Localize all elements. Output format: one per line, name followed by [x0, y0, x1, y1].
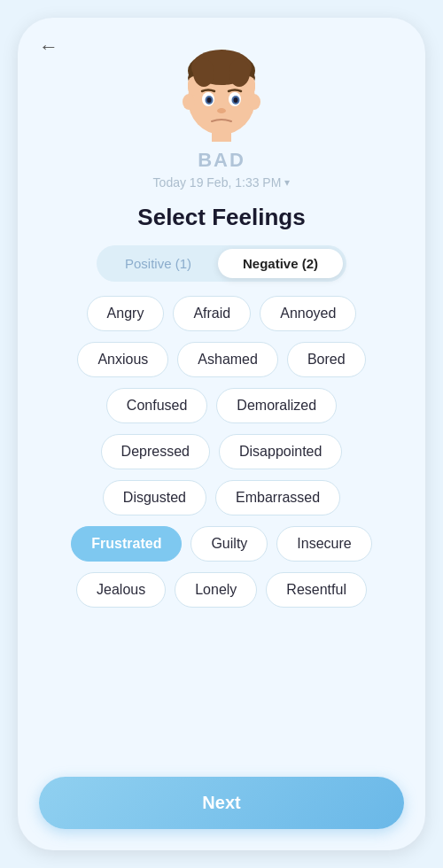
svg-point-8 [183, 94, 195, 110]
feeling-embarrassed[interactable]: Embarrassed [215, 480, 340, 515]
feelings-grid: Angry Afraid Annoyed Anxious Ashamed Bor… [18, 282, 425, 763]
feeling-disgusted[interactable]: Disgusted [103, 480, 206, 515]
feeling-jealous[interactable]: Jealous [76, 572, 166, 608]
tab-negative[interactable]: Negative (2) [218, 249, 343, 278]
feeling-lonely[interactable]: Lonely [175, 572, 257, 608]
feeling-confused[interactable]: Confused [106, 388, 208, 423]
feelings-row-5: Disgusted Embarrassed [103, 480, 340, 515]
feeling-bored[interactable]: Bored [287, 342, 366, 377]
feelings-row-7: Jealous Lonely Resentful [76, 572, 367, 608]
svg-rect-7 [212, 129, 231, 142]
feeling-annoyed[interactable]: Annoyed [260, 296, 356, 331]
next-button[interactable]: Next [39, 777, 404, 829]
feeling-demoralized[interactable]: Demoralized [216, 388, 337, 423]
feeling-frustrated[interactable]: Frustrated [71, 526, 182, 562]
feelings-row-1: Angry Afraid Annoyed [87, 296, 357, 331]
datetime-text: Today 19 Feb, 1:33 PM [153, 175, 282, 190]
feeling-angry[interactable]: Angry [87, 296, 165, 331]
feeling-disappointed[interactable]: Disappointed [219, 434, 342, 469]
feeling-ashamed[interactable]: Ashamed [177, 342, 278, 377]
avatar [173, 44, 270, 142]
datetime: Today 19 Feb, 1:33 PM ▾ [153, 175, 291, 190]
tab-positive[interactable]: Positive (1) [100, 249, 216, 278]
feelings-row-4: Depressed Disappointed [101, 434, 343, 469]
svg-point-9 [248, 94, 260, 110]
phone-container: ← [18, 18, 425, 850]
feeling-resentful[interactable]: Resentful [266, 572, 367, 608]
mood-label: BAD [198, 149, 245, 172]
feeling-afraid[interactable]: Afraid [173, 296, 251, 331]
feelings-row-3: Confused Demoralized [106, 388, 337, 423]
header: ← [18, 18, 425, 282]
feeling-guilty[interactable]: Guilty [190, 526, 268, 562]
page-title: Select Feelings [137, 204, 305, 231]
chevron-down-icon: ▾ [284, 176, 290, 189]
svg-point-16 [217, 108, 226, 113]
svg-point-14 [207, 97, 212, 103]
svg-point-6 [229, 58, 250, 87]
svg-point-15 [234, 97, 238, 103]
feelings-row-2: Anxious Ashamed Bored [77, 342, 365, 377]
svg-point-5 [193, 58, 214, 87]
tab-container: Positive (1) Negative (2) [97, 245, 346, 282]
back-button[interactable]: ← [39, 35, 58, 58]
next-button-container: Next [18, 763, 425, 850]
feeling-depressed[interactable]: Depressed [101, 434, 210, 469]
feeling-insecure[interactable]: Insecure [276, 526, 371, 562]
feelings-row-6: Frustrated Guilty Insecure [71, 526, 371, 562]
feeling-anxious[interactable]: Anxious [77, 342, 168, 377]
